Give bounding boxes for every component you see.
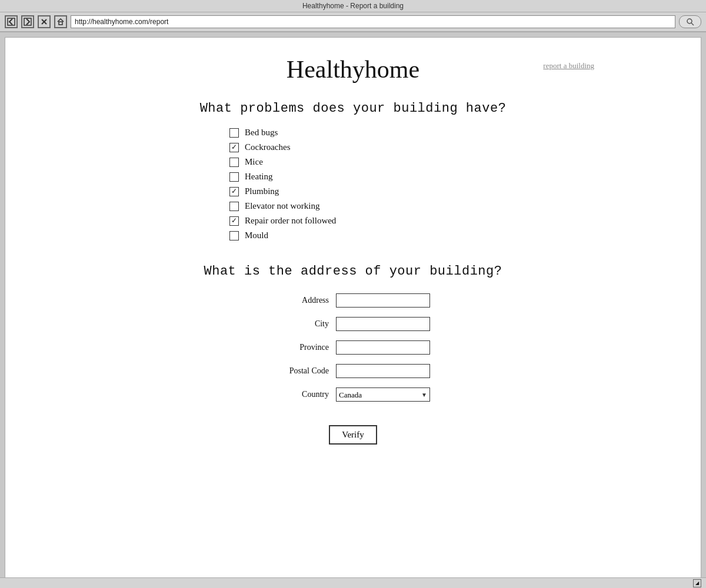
svg-rect-4: [59, 22, 62, 25]
checkbox-label-bed-bugs: Bed bugs: [245, 128, 278, 138]
form-row-province: Province: [276, 340, 430, 355]
country-select-wrapper: CanadaUnited StatesOther: [336, 387, 430, 402]
checkbox-label-mould: Mould: [245, 230, 268, 240]
site-header: Healthyhome report a building: [112, 49, 594, 83]
back-button[interactable]: [5, 15, 18, 28]
forward-button[interactable]: [21, 15, 34, 28]
form-row-address: Address: [276, 293, 430, 308]
checkbox-item-elevator: Elevator not working: [229, 201, 594, 211]
checkbox-item-mould: Mould: [229, 230, 594, 240]
country-select[interactable]: CanadaUnited StatesOther: [336, 387, 430, 402]
browser-content: Healthyhome report a building What probl…: [5, 37, 701, 578]
input-city[interactable]: [336, 317, 430, 331]
checkbox-mice[interactable]: [229, 158, 239, 167]
browser-title: Healthyhome - Report a building: [302, 2, 404, 10]
label-country: Country: [276, 390, 329, 399]
checkbox-heating[interactable]: [229, 172, 239, 182]
browser-title-bar: Healthyhome - Report a building: [0, 0, 706, 12]
label-city: City: [276, 319, 329, 329]
problems-heading: What problems does your building have?: [112, 101, 594, 116]
label-province: Province: [276, 343, 329, 352]
checkbox-label-plumbing: Plumbing: [245, 186, 279, 196]
input-address[interactable]: [336, 293, 430, 308]
report-building-link[interactable]: report a building: [543, 61, 594, 71]
status-icon: ◢: [693, 579, 701, 587]
checkbox-label-cockroaches: Cockroaches: [245, 142, 290, 152]
label-address: Address: [276, 296, 329, 305]
checkbox-label-elevator: Elevator not working: [245, 201, 319, 211]
problems-checkbox-list: Bed bugsCockroachesMiceHeatingPlumbingEl…: [112, 128, 594, 240]
form-row-city: City: [276, 317, 430, 331]
checkbox-label-repair-order: Repair order not followed: [245, 216, 336, 226]
site-title: Healthyhome: [112, 49, 594, 83]
page-wrapper: Healthyhome report a building What probl…: [88, 38, 618, 468]
checkbox-item-cockroaches: Cockroaches: [229, 142, 594, 152]
form-row-postal-code: Postal Code: [276, 364, 430, 378]
url-bar[interactable]: [71, 15, 675, 28]
checkbox-item-heating: Heating: [229, 172, 594, 182]
form-row-country: CountryCanadaUnited StatesOther: [276, 387, 430, 402]
checkbox-elevator[interactable]: [229, 202, 239, 211]
checkbox-item-plumbing: Plumbing: [229, 186, 594, 196]
checkbox-item-repair-order: Repair order not followed: [229, 216, 594, 226]
label-postal-code: Postal Code: [276, 366, 329, 376]
checkbox-label-mice: Mice: [245, 157, 263, 167]
address-form: AddressCityProvincePostal CodeCountryCan…: [112, 293, 594, 402]
browser-toolbar: [0, 12, 706, 32]
input-province[interactable]: [336, 340, 430, 355]
verify-button[interactable]: Verify: [329, 425, 377, 445]
svg-point-5: [687, 19, 692, 24]
address-heading: What is the address of your building?: [112, 264, 594, 279]
home-button[interactable]: [54, 15, 67, 28]
search-button[interactable]: [679, 15, 701, 28]
checkbox-repair-order[interactable]: [229, 216, 239, 226]
checkbox-bed-bugs[interactable]: [229, 128, 239, 138]
checkbox-item-mice: Mice: [229, 157, 594, 167]
close-button[interactable]: [38, 15, 51, 28]
svg-line-6: [691, 23, 694, 25]
status-bar: ◢: [0, 577, 706, 588]
checkbox-plumbing[interactable]: [229, 187, 239, 196]
checkbox-cockroaches[interactable]: [229, 143, 239, 152]
checkbox-mould[interactable]: [229, 231, 239, 240]
input-postal-code[interactable]: [336, 364, 430, 378]
checkbox-item-bed-bugs: Bed bugs: [229, 128, 594, 138]
checkbox-label-heating: Heating: [245, 172, 272, 182]
